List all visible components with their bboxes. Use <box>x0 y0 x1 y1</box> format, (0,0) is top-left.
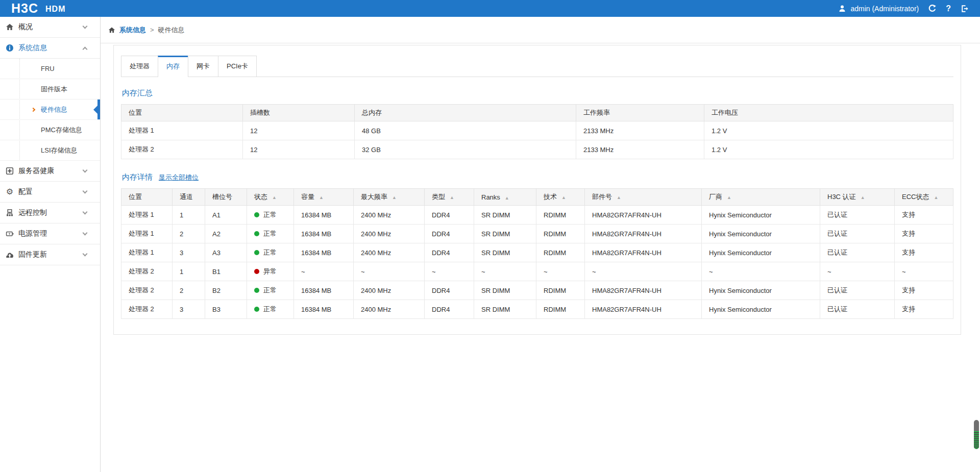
detail-cell: 异常 <box>247 262 294 281</box>
sidebar-item-lsi-storage-info[interactable]: LSI存储信息 <box>0 140 100 161</box>
detail-cell: SR DIMM <box>474 281 536 300</box>
tab-pcie-card[interactable]: PCIe卡 <box>218 56 257 77</box>
sort-asc-icon[interactable]: ▲ <box>272 195 277 200</box>
sidebar-item-overview[interactable]: 概况 <box>0 17 100 38</box>
sidebar-item-label: 系统信息 <box>18 43 47 53</box>
active-arrow-icon <box>31 108 35 112</box>
detail-cell: 16384 MB <box>294 225 354 243</box>
status-text: 正常 <box>263 230 277 237</box>
memory-detail-title: 内存详情 <box>122 172 153 182</box>
detail-column-header[interactable]: 最大频率▲ <box>354 189 425 206</box>
detail-column-header[interactable]: 类型▲ <box>425 189 474 206</box>
sidebar-item-hardware-info[interactable]: 硬件信息 <box>0 100 100 120</box>
chevron-down-icon <box>83 168 88 173</box>
current-user[interactable]: admin (Administrator) <box>850 5 919 13</box>
main-content: 系统信息 > 硬件信息 处理器 内存 网卡 PCIe卡 内存汇总 位置插槽数总内… <box>101 17 980 472</box>
summary-column-header: 工作频率 <box>576 105 704 121</box>
sort-asc-icon[interactable]: ▲ <box>861 195 865 200</box>
detail-cell: DDR4 <box>425 281 474 300</box>
sidebar-item-server-health[interactable]: 服务器健康 <box>0 161 100 182</box>
detail-cell: DDR4 <box>425 300 474 319</box>
breadcrumb-section-link[interactable]: 系统信息 <box>119 26 146 35</box>
detail-column-header[interactable]: ECC状态▲ <box>895 189 953 206</box>
detail-cell: HMA82GR7AFR4N-UH <box>585 206 702 225</box>
refresh-icon[interactable] <box>928 4 937 13</box>
detail-cell: 正常 <box>247 300 294 319</box>
remote-control-icon <box>6 209 14 217</box>
sidebar-item-firmware-update[interactable]: 固件更新 <box>0 244 100 265</box>
sidebar-item-firmware-version[interactable]: 固件版本 <box>0 79 100 100</box>
detail-cell: 处理器 1 <box>121 243 173 262</box>
detail-column-header[interactable]: 部件号▲ <box>585 189 702 206</box>
table-row: 处理器 13A3正常16384 MB2400 MHzDDR4SR DIMMRDI… <box>121 243 953 262</box>
sidebar-item-label: 固件更新 <box>18 250 47 259</box>
sort-asc-icon[interactable]: ▲ <box>319 195 324 200</box>
status-text: 正常 <box>263 211 277 218</box>
sort-asc-icon[interactable]: ▲ <box>392 195 397 200</box>
detail-cell: A1 <box>205 206 247 225</box>
detail-cell: HMA82GR7AFR4N-UH <box>585 225 702 243</box>
logout-icon[interactable] <box>960 4 969 13</box>
active-item-indicator <box>97 100 100 119</box>
detail-cell: 支持 <box>895 225 953 243</box>
detail-cell: 3 <box>173 243 205 262</box>
summary-column-header: 位置 <box>121 105 243 121</box>
detail-cell: Hynix Semiconductor <box>702 225 820 243</box>
status-dot-icon <box>254 269 259 274</box>
detail-cell: RDIMM <box>536 243 585 262</box>
detail-column-header[interactable]: 技术▲ <box>536 189 585 206</box>
summary-cell: 32 GB <box>355 140 576 159</box>
detail-cell: 处理器 1 <box>121 206 173 225</box>
sort-asc-icon[interactable]: ▲ <box>561 195 566 200</box>
status-dot-icon <box>254 250 259 255</box>
detail-cell: ~ <box>820 262 895 281</box>
detail-column-header[interactable]: H3C 认证▲ <box>820 189 895 206</box>
sort-asc-icon[interactable]: ▲ <box>450 195 454 200</box>
chevron-down-icon <box>83 231 88 236</box>
summary-column-header: 插槽数 <box>243 105 355 121</box>
detail-column-header[interactable]: 厂商▲ <box>702 189 820 206</box>
show-all-slots-link[interactable]: 显示全部槽位 <box>159 173 199 182</box>
table-row: 处理器 12A2正常16384 MB2400 MHzDDR4SR DIMMRDI… <box>121 225 953 243</box>
h3c-logo: H3C <box>11 2 38 15</box>
summary-cell: 12 <box>243 140 355 159</box>
table-row: 处理器 11248 GB2133 MHz1.2 V <box>121 121 953 140</box>
detail-cell: ~ <box>425 262 474 281</box>
sort-asc-icon[interactable]: ▲ <box>617 195 621 200</box>
sort-asc-icon[interactable]: ▲ <box>934 195 938 200</box>
sidebar-item-pmc-storage-info[interactable]: PMC存储信息 <box>0 120 100 140</box>
tab-network-adapter[interactable]: 网卡 <box>188 56 218 77</box>
sidebar-item-configuration[interactable]: ⚙ 配置 <box>0 182 100 203</box>
detail-column-header[interactable]: Ranks▲ <box>474 189 536 206</box>
sidebar-item-remote-control[interactable]: 远程控制 <box>0 203 100 223</box>
detail-cell: A3 <box>205 243 247 262</box>
detail-cell: ~ <box>702 262 820 281</box>
detail-column-header[interactable]: 容量▲ <box>294 189 354 206</box>
sidebar-item-fru[interactable]: FRU <box>0 59 100 79</box>
detail-cell: DDR4 <box>425 225 474 243</box>
detail-cell: Hynix Semiconductor <box>702 281 820 300</box>
gear-icon: ⚙ <box>6 188 14 196</box>
detail-cell: HMA82GR7AFR4N-UH <box>585 300 702 319</box>
detail-cell: 3 <box>173 300 205 319</box>
sidebar-item-power-management[interactable]: 电源管理 <box>0 223 100 244</box>
scrollbar-thumb[interactable] <box>974 420 979 449</box>
sort-asc-icon[interactable]: ▲ <box>505 195 509 201</box>
detail-cell: 已认证 <box>820 243 895 262</box>
detail-cell: 处理器 2 <box>121 281 173 300</box>
help-icon[interactable]: ? <box>946 4 951 13</box>
summary-column-header: 工作电压 <box>704 105 953 121</box>
tab-memory[interactable]: 内存 <box>158 56 188 77</box>
sort-asc-icon[interactable]: ▲ <box>727 195 731 200</box>
sidebar-item-system-info[interactable]: 系统信息 <box>0 38 100 59</box>
breadcrumb-separator: > <box>150 26 154 34</box>
summary-cell: 12 <box>243 121 355 140</box>
detail-cell: 处理器 2 <box>121 300 173 319</box>
sidebar-item-label: 电源管理 <box>18 229 47 238</box>
detail-column-header[interactable]: 状态▲ <box>247 189 294 206</box>
breadcrumb: 系统信息 > 硬件信息 <box>101 17 980 43</box>
tab-processor[interactable]: 处理器 <box>121 56 158 77</box>
sidebar-item-label: 远程控制 <box>18 208 47 217</box>
health-icon <box>6 167 14 175</box>
detail-cell: 16384 MB <box>294 300 354 319</box>
